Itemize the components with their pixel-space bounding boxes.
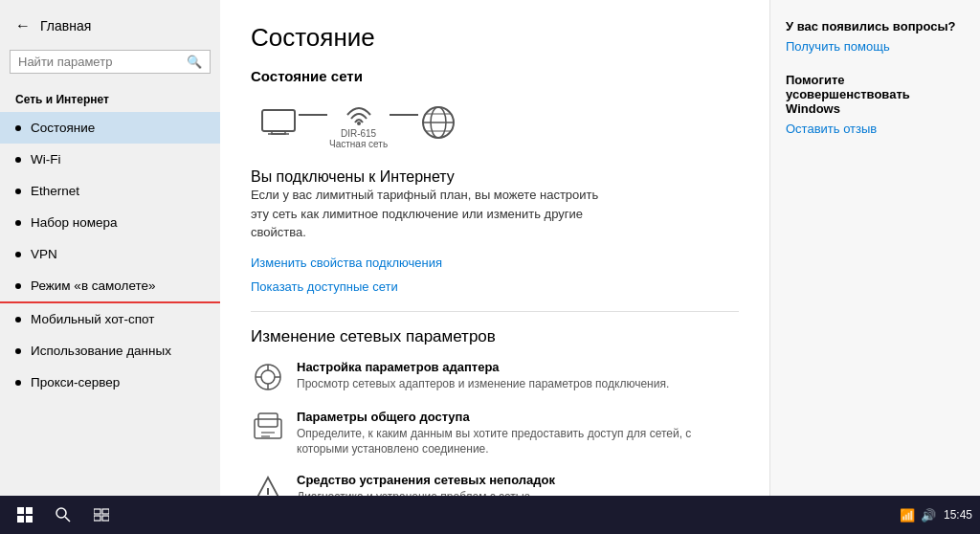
setting-troubleshoot-title: Средство устранения сетевых неполадок xyxy=(297,473,555,487)
volume-icon: 🔊 xyxy=(921,508,936,523)
sharing-icon xyxy=(251,410,285,444)
router-name: DIR-615 xyxy=(341,128,376,139)
svg-point-10 xyxy=(261,370,275,384)
dot-icon xyxy=(15,157,21,163)
sidebar-item-label: Режим «в самолете» xyxy=(31,278,156,293)
sidebar-section-title: Сеть и Интернет xyxy=(0,87,220,112)
sidebar-item-vpn[interactable]: VPN xyxy=(0,238,220,270)
setting-sharing-text: Параметры общего доступа Определите, к к… xyxy=(297,410,699,458)
svg-rect-28 xyxy=(94,509,100,514)
computer-icon xyxy=(260,108,297,139)
connected-desc: Если у вас лимитный тарифный план, вы мо… xyxy=(251,186,614,242)
network-section-title: Состояние сети xyxy=(251,68,739,84)
search-box[interactable]: 🔍 xyxy=(10,50,211,74)
start-button[interactable] xyxy=(8,498,42,532)
app-window: ← Главная 🔍 Сеть и Интернет Состояние Wi… xyxy=(0,0,980,496)
svg-rect-24 xyxy=(17,516,24,523)
dot-icon xyxy=(15,380,21,386)
svg-rect-0 xyxy=(262,110,295,131)
help-link[interactable]: Получить помощь xyxy=(786,39,965,54)
setting-adapter-text: Настройка параметров адаптера Просмотр с… xyxy=(297,360,669,392)
dot-icon xyxy=(15,348,21,354)
setting-sharing-title: Параметры общего доступа xyxy=(297,410,699,424)
sidebar-item-label: Ethernet xyxy=(31,184,79,198)
search-input[interactable] xyxy=(18,55,187,69)
sidebar-item-label: Использование данных xyxy=(31,344,171,358)
line2 xyxy=(390,114,418,116)
dot-icon xyxy=(15,189,21,194)
right-panel: У вас появились вопросы? Получить помощь… xyxy=(769,0,980,496)
sidebar-item-label: Состояние xyxy=(31,121,95,135)
sidebar-item-label: Набор номера xyxy=(31,215,118,230)
dot-icon xyxy=(15,252,21,257)
dot-icon xyxy=(15,317,21,323)
sidebar-item-airplane[interactable]: Режим «в самолете» xyxy=(0,270,220,303)
internet-icon xyxy=(420,104,457,143)
taskbar-system-icons: 📶 🔊 xyxy=(900,508,936,523)
svg-rect-31 xyxy=(102,516,109,521)
sidebar-item-wifi[interactable]: Wi-Fi xyxy=(0,144,220,175)
sidebar: ← Главная 🔍 Сеть и Интернет Состояние Wi… xyxy=(0,0,220,496)
svg-rect-22 xyxy=(17,507,24,514)
network-adapter-icon xyxy=(251,360,285,394)
sidebar-item-label: Мобильный хот-спот xyxy=(31,312,154,326)
questions-title: У вас появились вопросы? xyxy=(786,19,965,33)
svg-point-26 xyxy=(56,508,66,518)
svg-rect-29 xyxy=(102,509,109,514)
svg-rect-16 xyxy=(258,413,278,427)
page-title: Состояние xyxy=(251,23,739,53)
taskbar-left xyxy=(8,498,119,532)
sidebar-item-label: VPN xyxy=(31,247,57,261)
setting-troubleshoot[interactable]: Средство устранения сетевых неполадок Ди… xyxy=(251,473,739,496)
dot-icon xyxy=(15,283,21,289)
sidebar-item-label: Прокси-сервер xyxy=(31,375,120,389)
main-content: Состояние Состояние сети xyxy=(220,0,769,496)
router-subtitle: Частная сеть xyxy=(329,139,388,149)
sidebar-item-dialup[interactable]: Набор номера xyxy=(0,207,220,238)
svg-line-27 xyxy=(65,517,70,522)
sidebar-item-ethernet[interactable]: Ethernet xyxy=(0,175,220,207)
troubleshoot-icon xyxy=(251,473,285,496)
dot-icon xyxy=(15,220,21,226)
network-diagram: DIR-615 Частная сеть xyxy=(251,98,739,149)
setting-adapter-desc: Просмотр сетевых адаптеров и изменение п… xyxy=(297,376,669,392)
setting-adapter[interactable]: Настройка параметров адаптера Просмотр с… xyxy=(251,360,739,394)
sidebar-item-proxy[interactable]: Прокси-сервер xyxy=(0,367,220,398)
feedback-link[interactable]: Оставить отзыв xyxy=(786,122,965,136)
dot-icon xyxy=(15,125,21,131)
setting-sharing[interactable]: Параметры общего доступа Определите, к к… xyxy=(251,410,739,458)
change-properties-link[interactable]: Изменить свойства подключения xyxy=(251,256,739,270)
svg-rect-30 xyxy=(94,516,100,521)
taskbar-time: 15:45 xyxy=(944,508,972,522)
improve-title: Помогите усовершенствовать Windows xyxy=(786,73,965,116)
taskbar-right: 📶 🔊 15:45 xyxy=(900,508,972,523)
setting-sharing-desc: Определите, к каким данным вы хотите пре… xyxy=(297,426,699,458)
setting-troubleshoot-desc: Диагностика и устранение проблем с сетью… xyxy=(297,489,555,496)
svg-rect-23 xyxy=(26,507,33,514)
sidebar-item-datausage[interactable]: Использование данных xyxy=(0,335,220,367)
router-icon: DIR-615 Частная сеть xyxy=(329,98,388,149)
setting-adapter-title: Настройка параметров адаптера xyxy=(297,360,669,374)
line1 xyxy=(299,114,327,116)
sidebar-item-hotspot[interactable]: Мобильный хот-спот xyxy=(0,303,220,335)
taskbar: 📶 🔊 15:45 xyxy=(0,496,980,534)
home-label: Главная xyxy=(40,18,91,33)
network-tray-icon: 📶 xyxy=(900,508,915,523)
sidebar-item-status[interactable]: Состояние xyxy=(0,112,220,144)
svg-rect-25 xyxy=(26,516,33,523)
connected-title: Вы подключены к Интернету xyxy=(251,168,739,186)
change-section-title: Изменение сетевых параметров xyxy=(251,311,739,346)
sidebar-home[interactable]: ← Главная xyxy=(0,8,220,44)
svg-point-3 xyxy=(357,122,361,125)
show-networks-link[interactable]: Показать доступные сети xyxy=(251,279,739,294)
search-taskbar-button[interactable] xyxy=(46,498,80,532)
sidebar-item-label: Wi-Fi xyxy=(31,152,60,167)
taskview-button[interactable] xyxy=(84,498,119,532)
setting-troubleshoot-text: Средство устранения сетевых неполадок Ди… xyxy=(297,473,555,496)
search-icon: 🔍 xyxy=(187,55,202,69)
